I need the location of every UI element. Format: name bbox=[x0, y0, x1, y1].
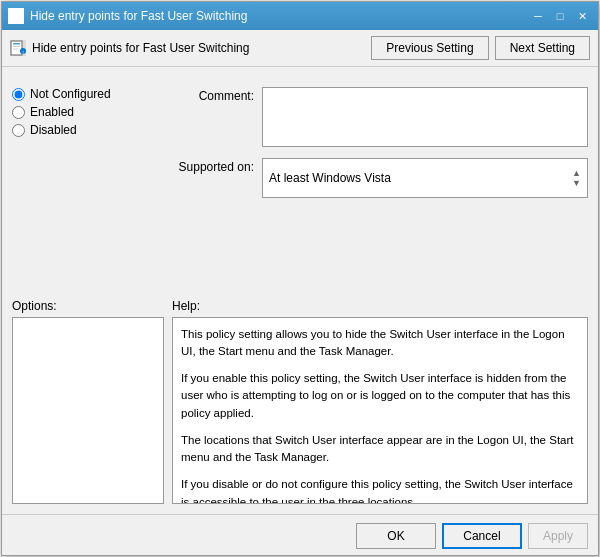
svg-rect-4 bbox=[13, 43, 20, 45]
next-setting-button[interactable]: Next Setting bbox=[495, 36, 590, 60]
help-label: Help: bbox=[172, 299, 588, 313]
radio-disabled-input[interactable] bbox=[12, 124, 25, 137]
left-panel: Not Configured Enabled Disabled bbox=[12, 87, 172, 293]
main-window: Hide entry points for Fast User Switchin… bbox=[1, 1, 599, 556]
comment-label: Comment: bbox=[172, 87, 262, 103]
options-panel: Options: bbox=[12, 299, 172, 505]
close-button[interactable]: ✕ bbox=[572, 6, 592, 26]
comment-row: Comment: bbox=[172, 87, 588, 150]
title-bar: Hide entry points for Fast User Switchin… bbox=[2, 2, 598, 30]
ok-button[interactable]: OK bbox=[356, 523, 436, 549]
title-bar-controls: ─ □ ✕ bbox=[528, 6, 592, 26]
apply-button: Apply bbox=[528, 523, 588, 549]
svg-rect-2 bbox=[10, 20, 22, 22]
radio-enabled[interactable]: Enabled bbox=[12, 105, 164, 119]
content-area: Not Configured Enabled Disabled Comment: bbox=[2, 77, 598, 514]
header-title-text: Hide entry points for Fast User Switchin… bbox=[32, 41, 249, 55]
radio-not-configured[interactable]: Not Configured bbox=[12, 87, 164, 101]
minimize-button[interactable]: ─ bbox=[528, 6, 548, 26]
supported-label: Supported on: bbox=[172, 158, 262, 174]
radio-disabled[interactable]: Disabled bbox=[12, 123, 164, 137]
radio-enabled-input[interactable] bbox=[12, 106, 25, 119]
svg-rect-6 bbox=[13, 49, 18, 50]
radio-not-configured-label: Not Configured bbox=[30, 87, 111, 101]
radio-not-configured-input[interactable] bbox=[12, 88, 25, 101]
policy-icon: i bbox=[10, 40, 26, 56]
cancel-button[interactable]: Cancel bbox=[442, 523, 522, 549]
lower-area: Options: Help: This policy setting allow… bbox=[12, 299, 588, 505]
svg-text:i: i bbox=[22, 49, 23, 55]
svg-rect-5 bbox=[13, 46, 20, 47]
svg-rect-1 bbox=[12, 12, 20, 17]
help-box: This policy setting allows you to hide t… bbox=[172, 317, 588, 505]
comment-field bbox=[262, 87, 588, 150]
main-area: Not Configured Enabled Disabled Comment: bbox=[12, 87, 588, 293]
supported-dropdown-icon: ▲▼ bbox=[572, 168, 581, 188]
radio-disabled-label: Disabled bbox=[30, 123, 77, 137]
radio-enabled-label: Enabled bbox=[30, 105, 74, 119]
title-bar-text: Hide entry points for Fast User Switchin… bbox=[30, 9, 528, 23]
radio-group: Not Configured Enabled Disabled bbox=[12, 87, 164, 137]
supported-field: At least Windows Vista ▲▼ bbox=[262, 158, 588, 198]
header-title: i Hide entry points for Fast User Switch… bbox=[10, 40, 249, 56]
header-buttons: Previous Setting Next Setting bbox=[371, 36, 590, 60]
maximize-button[interactable]: □ bbox=[550, 6, 570, 26]
options-box bbox=[12, 317, 164, 505]
right-panel: Comment: Supported on: At least Windows … bbox=[172, 87, 588, 293]
supported-box: At least Windows Vista ▲▼ bbox=[262, 158, 588, 198]
header-row: i Hide entry points for Fast User Switch… bbox=[2, 30, 598, 67]
help-para-3: The locations that Switch User interface… bbox=[181, 432, 579, 467]
window-icon bbox=[8, 8, 24, 24]
options-label: Options: bbox=[12, 299, 164, 313]
supported-text: At least Windows Vista bbox=[269, 171, 391, 185]
help-para-4: If you disable or do not configure this … bbox=[181, 476, 579, 504]
comment-textarea[interactable] bbox=[262, 87, 588, 147]
previous-setting-button[interactable]: Previous Setting bbox=[371, 36, 488, 60]
help-panel: Help: This policy setting allows you to … bbox=[172, 299, 588, 505]
supported-row: Supported on: At least Windows Vista ▲▼ bbox=[172, 158, 588, 198]
help-para-2: If you enable this policy setting, the S… bbox=[181, 370, 579, 422]
help-para-1: This policy setting allows you to hide t… bbox=[181, 326, 579, 361]
footer: OK Cancel Apply bbox=[2, 514, 598, 555]
